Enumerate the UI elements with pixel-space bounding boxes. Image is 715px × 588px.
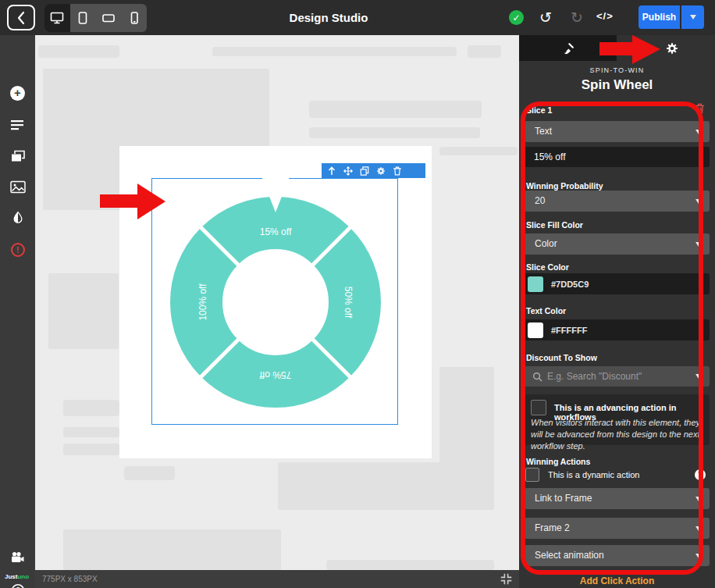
wireframe-block xyxy=(326,560,494,570)
slice-color-input[interactable]: #7DD5C9 xyxy=(525,273,710,294)
wireframe-block xyxy=(468,45,501,58)
chevron-down-icon xyxy=(695,374,702,379)
device-toggle-group xyxy=(44,4,147,32)
settings-button[interactable] xyxy=(376,166,386,176)
device-landscape-button[interactable] xyxy=(96,4,122,32)
delete-button[interactable] xyxy=(393,166,402,176)
dynamic-action-checkbox[interactable] xyxy=(525,468,539,482)
contrast-button[interactable] xyxy=(9,208,26,225)
color-swatch[interactable] xyxy=(528,276,543,292)
wireframe-block xyxy=(439,147,518,155)
add-element-button[interactable]: + xyxy=(9,85,26,102)
discount-search-input[interactable] xyxy=(547,371,680,382)
page-title: Design Studio xyxy=(290,11,368,24)
design-studio-app: Design Studio ✓ ↺ ↻ </> Publish + ! ? xyxy=(0,0,715,588)
left-toolbar: + ! ? Justuno xyxy=(0,35,35,588)
chevron-down-icon xyxy=(695,199,702,204)
settings-panel: SPIN-TO-WIN Spin Wheel Slice 1 Text Winn… xyxy=(519,35,715,588)
advancing-action-description: When visitors interact with this element… xyxy=(531,417,706,452)
justuno-logo: Justuno xyxy=(5,573,29,580)
help-icon[interactable]: ? xyxy=(695,469,706,480)
frames-icon xyxy=(11,150,25,162)
wireframe-block xyxy=(38,45,119,58)
chevron-down-icon xyxy=(695,554,702,558)
dynamic-action-label: This is a dynamic action xyxy=(548,470,639,479)
winning-actions-label: Winning Actions xyxy=(526,457,590,466)
animation-dropdown[interactable]: Select animation xyxy=(525,545,710,566)
tablet-icon xyxy=(75,10,91,26)
element-toolbar xyxy=(322,163,425,178)
code-button[interactable]: </> xyxy=(596,10,614,22)
element-category-label: SPIN-TO-WIN xyxy=(519,66,715,74)
slice-color-label: Slice Color xyxy=(526,262,569,272)
search-icon xyxy=(532,372,542,382)
device-tablet-button[interactable] xyxy=(70,4,96,32)
canvas-size-label: 775PX x 853PX xyxy=(42,575,98,583)
chevron-down-icon xyxy=(695,526,702,531)
move-button[interactable] xyxy=(343,166,353,176)
wireframe-block xyxy=(309,101,482,118)
text-color-label: Text Color xyxy=(526,306,566,315)
record-button[interactable] xyxy=(9,549,26,565)
chevron-down-icon xyxy=(695,497,702,501)
alerts-button[interactable]: ! xyxy=(9,241,26,258)
move-up-button[interactable] xyxy=(327,166,336,176)
slice-fill-dropdown[interactable]: Color xyxy=(525,233,710,255)
winning-probability-dropdown[interactable]: 20 xyxy=(525,191,710,212)
image-button[interactable] xyxy=(9,179,26,195)
chevron-down-icon xyxy=(695,242,702,247)
link-action-dropdown[interactable]: Link to Frame xyxy=(525,488,710,509)
publish-button-group: Publish xyxy=(639,5,704,29)
publish-dropdown-button[interactable] xyxy=(681,5,704,29)
advancing-action-checkbox[interactable] xyxy=(531,400,546,415)
delete-slice-button[interactable] xyxy=(695,103,705,114)
paintbrush-icon xyxy=(561,41,575,55)
slice-header-label: Slice 1 xyxy=(526,105,552,115)
panel-tabs xyxy=(519,35,715,61)
image-icon xyxy=(10,180,26,194)
tab-settings[interactable] xyxy=(660,36,685,61)
back-button[interactable] xyxy=(7,5,35,30)
wireframe-block xyxy=(48,273,119,349)
selection-border xyxy=(151,178,398,425)
layers-list-button[interactable] xyxy=(9,116,26,133)
slice-text-input[interactable] xyxy=(525,147,710,167)
chevron-down-icon xyxy=(690,15,696,20)
color-swatch[interactable] xyxy=(528,323,543,338)
topbar: Design Studio ✓ ↺ ↻ </> Publish xyxy=(0,0,715,35)
design-canvas[interactable]: 15% off 50% off 75% off 100% off xyxy=(35,35,519,588)
collapse-icon[interactable] xyxy=(500,572,513,586)
warning-icon: ! xyxy=(11,243,25,257)
device-desktop-button[interactable] xyxy=(44,4,70,32)
desktop-icon xyxy=(49,10,65,26)
droplet-icon xyxy=(12,209,24,225)
wireframe-block xyxy=(124,466,175,480)
duplicate-button[interactable] xyxy=(360,166,369,176)
plus-circle-icon: + xyxy=(10,86,25,101)
redo-button[interactable]: ↻ xyxy=(571,8,583,27)
saved-check-icon: ✓ xyxy=(509,10,524,25)
wireframe-block xyxy=(63,400,119,416)
help-button[interactable]: ? xyxy=(9,582,26,588)
list-icon xyxy=(11,119,24,130)
chevron-down-icon xyxy=(695,130,702,134)
add-click-action-link[interactable]: Add Click Action xyxy=(519,576,715,586)
frames-button[interactable] xyxy=(9,148,26,164)
color-value: #7DD5C9 xyxy=(551,280,589,289)
discount-search-dropdown[interactable] xyxy=(525,366,710,387)
frame-dropdown[interactable]: Frame 2 xyxy=(525,518,710,539)
wireframe-block xyxy=(63,427,119,437)
color-value: #FFFFFF xyxy=(551,326,587,335)
wireframe-block xyxy=(63,444,119,455)
wireframe-block xyxy=(63,529,281,570)
publish-button[interactable]: Publish xyxy=(639,5,680,29)
wireframe-block xyxy=(212,47,457,56)
video-camera-icon xyxy=(10,551,25,564)
text-color-input[interactable]: #FFFFFF xyxy=(525,319,710,340)
undo-button[interactable]: ↺ xyxy=(539,8,552,27)
device-phone-button[interactable] xyxy=(121,4,147,32)
slice-type-dropdown[interactable]: Text xyxy=(525,121,710,142)
wireframe-block xyxy=(278,462,494,510)
tablet-landscape-icon xyxy=(101,10,116,26)
tab-design[interactable] xyxy=(519,35,617,61)
